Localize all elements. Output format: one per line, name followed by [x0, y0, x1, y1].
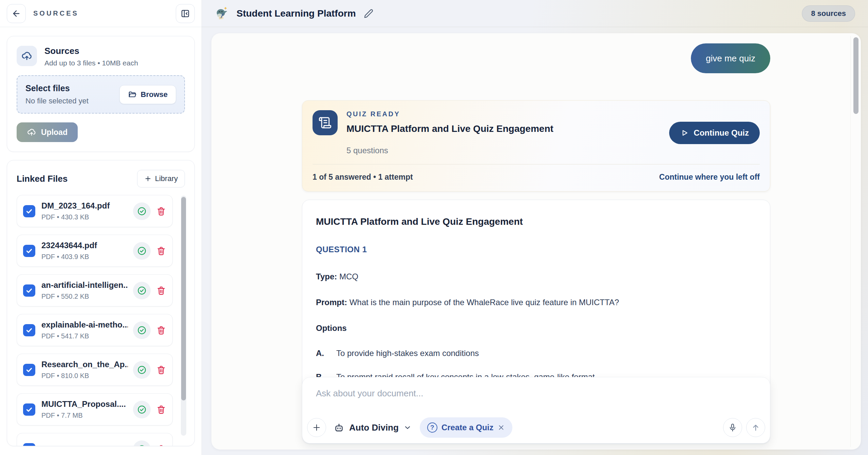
mode-selector[interactable]: Auto Diving [334, 422, 412, 433]
folder-icon [128, 90, 137, 99]
microphone-button[interactable] [723, 418, 742, 437]
scroll-quiz-icon [313, 110, 338, 135]
file-name: DM_2023_164.pdf [41, 201, 128, 211]
trash-icon [156, 325, 166, 335]
file-row[interactable]: DM_2023_164.pdf PDF • 430.3 KB [17, 195, 173, 227]
delete-file-button[interactable] [156, 246, 166, 256]
user-message-bubble: give me quiz [691, 43, 770, 73]
quiz-ready-title: MUICTTA Platform and Live Quiz Engagemen… [346, 123, 553, 134]
trash-icon [156, 365, 166, 375]
upload-button[interactable]: Upload [17, 122, 78, 142]
chevron-down-icon [403, 423, 412, 432]
question-circle-icon: ? [427, 422, 437, 433]
chat-input[interactable] [302, 377, 770, 399]
robot-icon [334, 422, 344, 433]
library-button[interactable]: Library [137, 170, 185, 187]
trash-icon [156, 404, 166, 415]
linked-files-list: DM_2023_164.pdf PDF • 430.3 KB 232443644… [17, 195, 185, 446]
plus-icon [144, 175, 152, 182]
file-dropzone[interactable]: Select files No file selected yet Browse [17, 75, 185, 114]
upload-button-label: Upload [41, 128, 68, 137]
file-checkbox[interactable] [23, 403, 35, 416]
close-icon[interactable] [497, 424, 505, 431]
pencil-icon [363, 8, 374, 19]
trash-icon [156, 246, 166, 256]
file-row[interactable]: Research_on_the_Ap... PDF • 810.0 KB [17, 354, 173, 386]
chat-scrollbar-track [850, 36, 851, 447]
file-row[interactable]: explainable-ai-metho... PDF • 541.7 KB [17, 314, 173, 346]
delete-file-button[interactable] [156, 444, 166, 447]
quiz-ready-eyebrow: QUIZ READY [346, 110, 553, 118]
question-prompt-line: Prompt: What is the main purpose of the … [316, 298, 756, 307]
file-checkbox[interactable] [23, 245, 35, 257]
panel-collapse-icon [181, 9, 190, 18]
file-meta: PDF • 430.3 KB [41, 213, 133, 221]
browse-button[interactable]: Browse [119, 85, 176, 104]
sidebar-header: SOURCES [0, 0, 202, 27]
file-checkbox[interactable] [23, 364, 35, 376]
trash-icon [156, 444, 166, 447]
linked-files-title: Linked Files [17, 174, 68, 184]
sidebar-body: Sources Add up to 3 files • 10MB each Se… [0, 27, 202, 455]
microphone-icon [728, 423, 737, 432]
quiz-progress-text: 1 of 5 answered • 1 attempt [313, 173, 413, 182]
trash-icon [156, 285, 166, 296]
chat-canvas: give me quiz QUIZ READY MUICTTA Platform… [211, 33, 861, 450]
arrow-up-icon [751, 423, 760, 432]
delete-file-button[interactable] [156, 325, 166, 335]
question-type-line: Type: MCQ [316, 272, 756, 281]
collapse-sidebar-button[interactable] [176, 4, 195, 23]
file-checkbox[interactable] [23, 284, 35, 297]
chat-scrollbar[interactable] [853, 37, 858, 114]
file-meta: PDF • 7.7 MB [41, 412, 133, 419]
delete-file-button[interactable] [156, 404, 166, 415]
page-title: Student Learning Platform [237, 8, 356, 19]
sources-card: Sources Add up to 3 files • 10MB each Se… [7, 36, 195, 152]
cloud-upload-icon [27, 127, 36, 137]
arrow-left-icon [12, 9, 21, 18]
sidebar-title: SOURCES [33, 9, 79, 17]
delete-file-button[interactable] [156, 206, 166, 216]
delete-file-button[interactable] [156, 365, 166, 375]
file-name: s10639-024-12919-1... [41, 444, 128, 447]
sources-sidebar: SOURCES Sources Add up to 3 files • 10MB… [0, 0, 202, 455]
continue-where-left-off-link[interactable]: Continue where you left off [659, 173, 760, 182]
continue-quiz-button[interactable]: Continue Quiz [669, 122, 760, 144]
file-row[interactable]: s10639-024-12919-1... [17, 433, 173, 446]
whale-mascot-icon [215, 6, 229, 21]
send-button[interactable] [746, 418, 765, 437]
check-circle-icon [133, 401, 151, 418]
check-circle-icon [133, 361, 151, 379]
file-row[interactable]: an-artificial-intelligen... PDF • 550.2 … [17, 274, 173, 306]
file-name: 232443644.pdf [41, 241, 128, 250]
plus-icon [312, 423, 321, 432]
quiz-detail-title: MUICTTA Platform and Live Quiz Engagemen… [316, 216, 756, 227]
create-quiz-chip[interactable]: ? Create a Quiz [420, 417, 512, 438]
file-meta: PDF • 810.0 KB [41, 372, 133, 380]
main-header: Student Learning Platform 8 sources [202, 0, 868, 27]
cloud-upload-icon [17, 46, 37, 66]
select-files-title: Select files [25, 83, 119, 93]
file-row[interactable]: 232443644.pdf PDF • 403.9 KB [17, 235, 173, 267]
sources-card-title: Sources [44, 46, 138, 56]
question-number-label: QUESTION 1 [316, 245, 756, 254]
sources-card-subtitle: Add up to 3 files • 10MB each [44, 59, 138, 67]
browse-button-label: Browse [141, 90, 168, 99]
linked-files-card: Linked Files Library DM_2023_164.pdf [7, 160, 195, 446]
edit-title-button[interactable] [363, 8, 374, 19]
file-checkbox[interactable] [23, 324, 35, 336]
attach-button[interactable] [307, 418, 326, 437]
sources-count-badge: 8 sources [802, 5, 855, 22]
file-name: MUICTTA_Proposal.... [41, 399, 128, 409]
delete-file-button[interactable] [156, 285, 166, 296]
library-button-label: Library [155, 174, 178, 183]
check-circle-icon [133, 440, 151, 447]
file-checkbox[interactable] [23, 443, 35, 447]
file-checkbox[interactable] [23, 205, 35, 217]
file-name: Research_on_the_Ap... [41, 360, 128, 369]
back-button[interactable] [7, 4, 26, 23]
file-row[interactable]: MUICTTA_Proposal.... PDF • 7.7 MB [17, 393, 173, 426]
create-quiz-label: Create a Quiz [441, 423, 493, 432]
file-list-scrollbar[interactable] [181, 196, 186, 436]
mode-label: Auto Diving [349, 422, 399, 433]
